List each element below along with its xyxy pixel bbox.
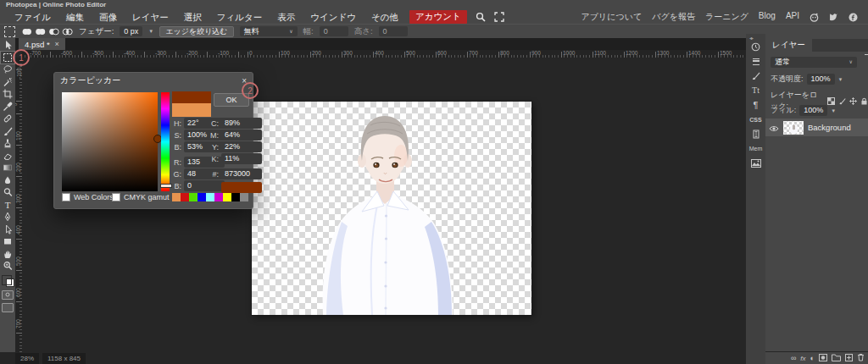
move-tool[interactable] <box>1 39 14 52</box>
blend-mode-select[interactable]: 通常 ∨ <box>771 57 857 68</box>
quick-swatch[interactable] <box>214 193 223 201</box>
header-link[interactable]: バグを報告 <box>652 11 695 23</box>
type-tool[interactable]: T <box>1 199 14 212</box>
layer-thumbnail[interactable] <box>783 121 804 135</box>
foreground-color-swatch[interactable] <box>2 275 12 285</box>
quick-swatch[interactable] <box>181 193 189 201</box>
color-swatches[interactable] <box>2 275 14 287</box>
hand-tool[interactable] <box>1 248 14 261</box>
swatches-icon[interactable] <box>753 57 760 66</box>
quick-swatch[interactable] <box>189 193 198 201</box>
menu-item[interactable]: フィルター <box>209 10 270 24</box>
menu-item[interactable]: その他 <box>364 10 406 24</box>
lock-all-icon[interactable] <box>860 97 868 105</box>
style-select[interactable]: 無料∨ <box>240 26 298 36</box>
header-link[interactable]: Blog <box>759 11 776 23</box>
lock-position-icon[interactable] <box>849 97 857 105</box>
gradient-tool[interactable] <box>1 162 14 174</box>
checkbox-icon[interactable] <box>112 193 120 201</box>
k-input[interactable]: 11% <box>221 153 262 164</box>
quick-mask-button[interactable] <box>2 290 14 300</box>
zoom-level[interactable]: 28% <box>15 353 39 364</box>
header-link[interactable]: API <box>786 11 799 23</box>
twitter-icon[interactable] <box>829 13 838 22</box>
lasso-tool[interactable] <box>1 63 14 76</box>
checkbox-icon[interactable] <box>62 193 70 201</box>
link-layers-icon[interactable]: ∞ <box>791 354 796 362</box>
c-input[interactable]: 89% <box>221 118 262 129</box>
quick-swatch[interactable] <box>198 193 206 201</box>
magic-wand-tool[interactable] <box>1 76 14 89</box>
lock-pixels-icon[interactable] <box>838 97 846 105</box>
mode-intersect-icon[interactable] <box>62 27 73 36</box>
crop-tool[interactable] <box>1 88 14 101</box>
reddit-icon[interactable] <box>810 13 819 22</box>
quick-swatch[interactable] <box>231 193 240 201</box>
layer-mask-icon[interactable] <box>819 354 827 363</box>
mode-subtract-icon[interactable] <box>48 27 59 36</box>
rectangle-shape-tool[interactable] <box>1 235 14 248</box>
quick-swatch[interactable] <box>172 193 181 201</box>
document-tab[interactable]: 4.psd * × <box>19 38 65 50</box>
feather-dropdown-icon[interactable]: ▼ <box>148 29 153 34</box>
zoom-tool[interactable] <box>1 260 14 273</box>
brush-settings-icon[interactable] <box>751 71 760 80</box>
search-icon[interactable] <box>476 12 486 22</box>
hex-input[interactable]: 873000 <box>221 168 262 179</box>
mode-new-icon[interactable] <box>21 27 32 36</box>
collapse-left-icon[interactable]: ◂▸ <box>749 35 753 41</box>
fullscreen-icon[interactable] <box>494 12 504 22</box>
menu-item[interactable]: ウインドウ <box>303 10 364 24</box>
quick-swatch[interactable] <box>240 193 248 201</box>
path-select-tool[interactable] <box>1 223 14 236</box>
opacity-dropdown-icon[interactable]: ▼ <box>838 77 843 82</box>
menu-item[interactable]: 編集 <box>58 10 92 24</box>
dodge-tool[interactable] <box>1 186 14 199</box>
y-input[interactable]: 22% <box>221 141 262 152</box>
menu-item[interactable]: 表示 <box>270 10 303 24</box>
blur-tool[interactable] <box>1 174 14 187</box>
width-input[interactable]: 0 <box>320 26 348 36</box>
screen-mode-button[interactable] <box>2 303 14 312</box>
adjustment-layer-icon[interactable]: ◐ <box>810 354 815 362</box>
close-tab-icon[interactable]: × <box>55 40 59 48</box>
tab-layers[interactable]: レイヤー <box>765 39 812 52</box>
account-button[interactable]: アカウント <box>409 10 467 24</box>
document-canvas[interactable] <box>252 102 531 315</box>
brush-tool[interactable] <box>1 125 14 138</box>
color-field[interactable] <box>62 92 158 191</box>
character-icon[interactable]: Tt <box>752 85 760 95</box>
spot-healing-tool[interactable] <box>1 113 14 125</box>
height-input[interactable]: 0 <box>379 26 408 36</box>
properties-icon[interactable] <box>752 130 760 139</box>
refine-edge-button[interactable]: エッジを絞り込む <box>159 26 233 37</box>
feather-input[interactable]: 0 px <box>120 26 142 36</box>
menu-item[interactable]: ファイル <box>7 10 58 24</box>
header-link[interactable]: ラーニング <box>705 11 748 23</box>
web-colors-checkbox[interactable]: Web Colors <box>62 193 114 201</box>
paragraph-icon[interactable]: ¶ <box>754 100 759 110</box>
facebook-icon[interactable] <box>849 13 858 22</box>
mode-add-icon[interactable] <box>35 27 46 36</box>
dialog-title-bar[interactable]: カラーピッカー × <box>54 73 253 88</box>
hue-slider[interactable] <box>161 92 170 191</box>
header-link[interactable]: アプリについて <box>581 11 643 23</box>
image-icon[interactable] <box>751 158 761 168</box>
new-group-icon[interactable] <box>832 354 841 363</box>
eraser-tool[interactable] <box>1 150 14 163</box>
menu-item[interactable]: 画像 <box>92 10 125 24</box>
fill-dropdown-icon[interactable]: ▼ <box>831 108 836 113</box>
quick-swatch[interactable] <box>206 193 214 201</box>
lock-transparency-icon[interactable] <box>827 97 835 105</box>
new-layer-icon[interactable] <box>845 354 853 363</box>
layer-row[interactable]: Background <box>765 119 868 136</box>
eyedropper-tool[interactable] <box>1 101 14 113</box>
history-icon[interactable] <box>751 42 760 52</box>
visibility-eye-icon[interactable] <box>769 120 779 135</box>
fill-input[interactable]: 100% <box>799 105 827 116</box>
m-input[interactable]: 64% <box>221 130 262 141</box>
hue-slider-handle[interactable] <box>160 184 172 188</box>
menu-item[interactable]: レイヤー <box>125 10 176 24</box>
quick-swatch[interactable] <box>223 193 231 201</box>
clone-stamp-tool[interactable] <box>1 137 14 150</box>
